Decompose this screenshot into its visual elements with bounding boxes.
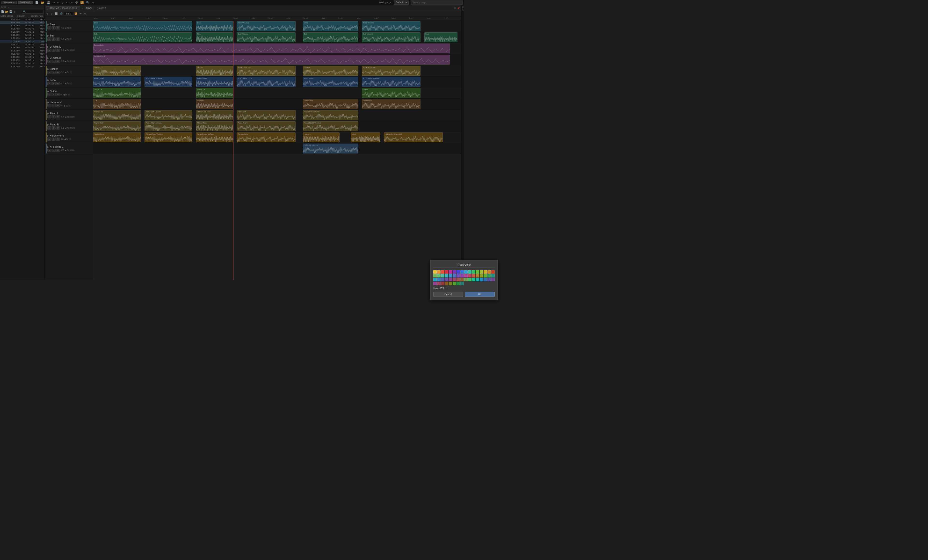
- color-swatch[interactable]: [453, 270, 456, 273]
- color-swatch[interactable]: [433, 278, 437, 280]
- color-swatch[interactable]: [449, 270, 452, 273]
- color-swatch[interactable]: [437, 270, 441, 273]
- color-swatch[interactable]: [456, 270, 460, 273]
- color-swatch[interactable]: [456, 278, 460, 280]
- color-swatch[interactable]: [433, 270, 437, 273]
- track-color-dialog: Track Color Hue: 176 ↺ Cancel OK: [430, 260, 464, 280]
- color-swatch[interactable]: [437, 278, 441, 280]
- color-swatch[interactable]: [460, 270, 464, 273]
- color-swatch[interactable]: [441, 270, 444, 273]
- color-grid: [433, 270, 464, 280]
- color-swatch[interactable]: [437, 274, 441, 278]
- color-swatch[interactable]: [441, 274, 444, 278]
- dialog-title: Track Color: [433, 263, 464, 268]
- color-swatch[interactable]: [445, 274, 448, 278]
- color-swatch[interactable]: [460, 278, 464, 280]
- color-swatch[interactable]: [460, 274, 464, 278]
- color-swatch[interactable]: [449, 274, 452, 278]
- color-swatch[interactable]: [445, 270, 448, 273]
- color-swatch[interactable]: [445, 278, 448, 280]
- color-swatch[interactable]: [433, 274, 437, 278]
- color-swatch[interactable]: [441, 278, 444, 280]
- dialog-overlay: Track Color Hue: 176 ↺ Cancel OK: [0, 0, 464, 280]
- color-swatch[interactable]: [449, 278, 452, 280]
- color-swatch[interactable]: [453, 274, 456, 278]
- color-swatch[interactable]: [453, 278, 456, 280]
- color-swatch[interactable]: [456, 274, 460, 278]
